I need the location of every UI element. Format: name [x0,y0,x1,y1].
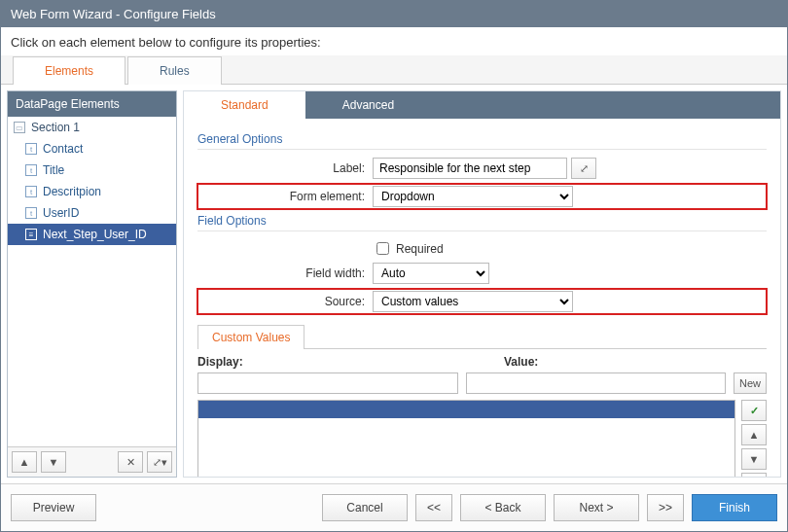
finish-button[interactable]: Finish [692,494,777,521]
insert-icon: ⤢▾ [153,456,167,469]
tree-item-section-1[interactable]: ▭ Section 1 [8,117,176,138]
tree-item-description[interactable]: t Descritpion [8,181,176,202]
first-page-button[interactable]: << [415,494,452,521]
value-header: Value: [504,355,538,369]
row-form-element: Form element: Dropdown [197,184,767,209]
move-item-down-button[interactable]: ▼ [741,448,767,470]
top-tabs: Elements Rules [1,55,787,85]
remove-item-button[interactable]: ✕ [741,473,767,477]
display-input[interactable] [197,372,458,394]
cancel-button[interactable]: Cancel [322,494,408,521]
field-width-label: Field width: [197,266,373,280]
preview-button[interactable]: Preview [11,494,96,521]
custom-values-area: Display: Value: New ✓ ▲ [197,349,767,477]
arrow-down-icon: ▼ [49,456,59,468]
instruction-text: Click on each element below to configure… [1,27,787,56]
right-panel: Standard Advanced General Options Label:… [183,90,781,478]
required-label: Required [396,242,444,256]
row-field-width: Field width: Auto [197,263,767,284]
window-title: Web Form Wizard - Configure Fields [1,1,787,27]
field-options-title: Field Options [197,214,767,231]
wizard-window: Web Form Wizard - Configure Fields Click… [0,0,788,532]
move-down-button[interactable]: ▼ [41,451,66,473]
left-panel: DataPage Elements ▭ Section 1 t Contact … [7,90,177,478]
row-required: Required [197,239,767,258]
check-icon: ✓ [750,405,759,417]
tree-item-label: Section 1 [31,121,80,134]
custom-values-head: Display: Value: [197,355,767,369]
custom-values-side-buttons: ✓ ▲ ▼ ✕ [741,400,767,477]
tree-item-contact[interactable]: t Contact [8,138,176,160]
main-body: DataPage Elements ▭ Section 1 t Contact … [1,85,787,483]
inner-tab-standard[interactable]: Standard [184,91,305,119]
field-icon: ≡ [25,229,37,240]
sub-tab-custom-values[interactable]: Custom Values [197,325,304,349]
tree-item-label: Descritpion [43,185,101,198]
wizard-footer: Preview Cancel << < Back Next > >> Finis… [1,483,787,531]
tree-item-label: Title [43,163,64,177]
list-row-selected[interactable] [198,401,734,418]
custom-values-inputs: New [197,372,767,394]
form-element-label: Form element: [197,190,373,203]
move-up-button[interactable]: ▲ [12,451,37,473]
new-button[interactable]: New [734,372,767,394]
tree-item-label: UserID [43,206,79,220]
source-label: Source: [197,295,373,308]
field-icon: t [25,164,37,176]
custom-values-list-wrap: ✓ ▲ ▼ ✕ [197,400,767,477]
inner-tabs: Standard Advanced [184,91,780,119]
section-icon: ▭ [14,122,25,133]
standard-panel: General Options Label: ⤢ Form element: D… [184,119,780,477]
label-input[interactable] [373,158,567,179]
display-header: Display: [197,355,446,369]
move-item-up-button[interactable]: ▲ [741,424,767,445]
label-label: Label: [197,161,373,175]
back-button[interactable]: < Back [460,494,546,521]
elements-tree: ▭ Section 1 t Contact t Title t Descritp… [8,117,176,446]
field-icon: t [25,186,37,197]
left-panel-header: DataPage Elements [8,91,176,117]
custom-values-list[interactable] [197,400,735,477]
tab-elements[interactable]: Elements [13,56,125,85]
form-element-select[interactable]: Dropdown [373,186,573,207]
picker-icon: ⤢ [580,162,589,175]
row-source: Source: Custom values [197,289,767,314]
insert-button[interactable]: ⤢▾ [147,451,172,473]
tree-item-userid[interactable]: t UserID [8,202,176,224]
source-select[interactable]: Custom values [373,291,573,312]
value-input[interactable] [466,372,727,394]
arrow-up-icon: ▲ [749,429,760,441]
left-panel-footer: ▲ ▼ ✕ ⤢▾ [8,446,176,477]
delete-x-icon: ✕ [126,456,135,469]
arrow-up-icon: ▲ [19,456,30,468]
inner-tab-advanced[interactable]: Advanced [305,91,431,119]
sub-tabs: Custom Values [197,324,767,349]
tab-rules[interactable]: Rules [127,56,222,85]
tree-item-label: Next_Step_User_ID [43,228,147,241]
spacer [70,451,114,473]
field-icon: t [25,207,37,219]
required-checkbox[interactable] [376,242,389,255]
arrow-down-icon: ▼ [749,453,760,465]
field-width-select[interactable]: Auto [373,263,489,284]
row-label: Label: ⤢ [197,158,767,179]
last-page-button[interactable]: >> [647,494,684,521]
delete-button[interactable]: ✕ [118,451,143,473]
confirm-button[interactable]: ✓ [741,400,767,421]
tree-item-next-step-user-id[interactable]: ≡ Next_Step_User_ID [8,224,176,245]
label-picker-button[interactable]: ⤢ [571,158,596,179]
field-icon: t [25,143,37,155]
next-button[interactable]: Next > [554,494,639,521]
tree-item-title[interactable]: t Title [8,160,176,181]
general-options-title: General Options [197,132,767,150]
tree-item-label: Contact [43,142,83,156]
